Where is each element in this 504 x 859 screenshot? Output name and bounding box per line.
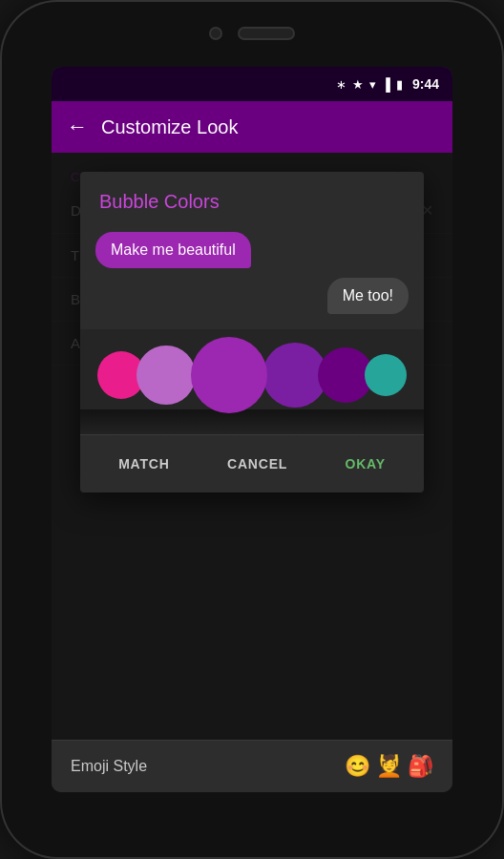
emoji-1: 😊 (345, 754, 370, 779)
status-icons: ∗ ★ ▾ ▐ ▮ 9:44 (336, 76, 439, 92)
emoji-previews: 😊 💆 🎒 (345, 754, 433, 779)
match-button[interactable]: MATCH (103, 449, 185, 479)
back-button[interactable]: ← (67, 115, 88, 139)
speaker (238, 27, 295, 40)
star-icon: ★ (352, 77, 364, 92)
status-time: 9:44 (412, 76, 439, 92)
status-bar: ∗ ★ ▾ ▐ ▮ 9:44 (52, 67, 452, 101)
bubble-received: Me too! (327, 278, 409, 314)
dialog-title: Bubble Colors (80, 172, 424, 222)
wifi-icon: ▾ (369, 77, 376, 92)
nav-title: Customize Look (101, 116, 238, 138)
okay-button[interactable]: OKAY (329, 449, 400, 479)
modal-overlay: Bubble Colors Make me beautiful Me too! (52, 153, 452, 740)
emoji-2: 💆 (376, 754, 402, 779)
main-content: Colors D ✕ T B A (52, 153, 452, 740)
color-picker[interactable] (80, 329, 424, 434)
chat-preview-area: Make me beautiful Me too! (80, 222, 424, 329)
camera (209, 27, 222, 40)
signal-icon: ▐ (382, 77, 390, 92)
emoji-style-label: Emoji Style (71, 758, 147, 775)
bottom-section: Emoji Style 😊 💆 🎒 (52, 740, 452, 792)
dialog-buttons: MATCH CANCEL OKAY (80, 434, 424, 492)
color-circle-lightpurple[interactable] (136, 346, 196, 405)
bluetooth-icon: ∗ (336, 77, 346, 92)
nav-bar: ← Customize Look (52, 101, 452, 153)
bubble-sent: Make me beautiful (95, 232, 251, 268)
color-circle-teal[interactable] (365, 354, 407, 396)
cancel-button[interactable]: CANCEL (212, 449, 303, 479)
battery-icon: ▮ (396, 77, 403, 92)
emoji-3: 🎒 (408, 754, 433, 779)
bubble-colors-dialog: Bubble Colors Make me beautiful Me too! (80, 172, 424, 492)
color-circle-purple-main[interactable] (191, 337, 267, 413)
phone-frame: ∗ ★ ▾ ▐ ▮ 9:44 ← Customize Look Colors D (0, 0, 504, 859)
phone-screen: ∗ ★ ▾ ▐ ▮ 9:44 ← Customize Look Colors D (52, 67, 452, 792)
